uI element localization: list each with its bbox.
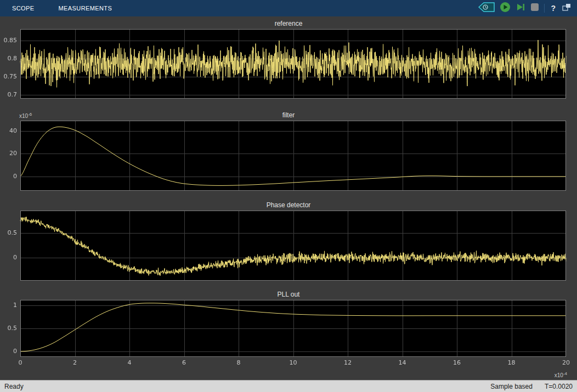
stop-icon: [530, 3, 539, 14]
tab-measurements[interactable]: MEASUREMENTS: [47, 0, 125, 16]
help-icon: ?: [550, 4, 557, 13]
scope-toolstrip: SCOPE MEASUREMENTS: [0, 0, 577, 16]
plot-title-reference: reference: [275, 20, 303, 27]
status-ready: Ready: [4, 383, 24, 390]
status-sim-time: T=0.0020: [545, 383, 573, 390]
plot-canvas-pll-out[interactable]: [0, 300, 577, 369]
plot-canvas-filter[interactable]: [0, 121, 577, 191]
plot-title-filter: filter: [282, 111, 295, 119]
plot-canvas-phase-detector[interactable]: [0, 211, 577, 281]
run-button[interactable]: [500, 2, 511, 14]
toolstrip-tabs: SCOPE MEASUREMENTS: [0, 0, 124, 16]
status-sample-mode: Sample based: [490, 383, 533, 390]
step-forward-button[interactable]: [516, 2, 525, 14]
scope-panel-filter: filter x10-6: [0, 99, 577, 191]
scope-panel-phase-detector: Phase detector: [0, 191, 577, 281]
playback-controls: ?: [478, 2, 572, 14]
help-button[interactable]: ?: [550, 2, 557, 14]
toolbar-separator: [544, 4, 545, 13]
dock-button[interactable]: [562, 2, 572, 14]
run-icon: [500, 2, 511, 15]
scope-display-area: reference filter x10-6 Phase detector PL…: [0, 16, 577, 380]
scope-panel-pll-out: PLL out x10-4: [0, 281, 577, 380]
status-bar: Ready Sample based T=0.0020: [0, 380, 577, 392]
stop-button[interactable]: [530, 2, 539, 14]
plot-canvas-reference[interactable]: [0, 29, 577, 99]
y-axis-scale-label: x10-6: [19, 112, 32, 119]
step-forward-icon: [516, 2, 525, 15]
dock-icon: [562, 3, 572, 14]
plot-title-phase-detector: Phase detector: [267, 201, 311, 209]
scope-panel-reference: reference: [0, 16, 577, 99]
step-back-button[interactable]: [478, 2, 495, 14]
x-axis-scale-label: x10-4: [555, 371, 567, 378]
tab-scope[interactable]: SCOPE: [0, 0, 47, 16]
plot-title-pll-out: PLL out: [278, 291, 300, 298]
step-back-icon: [478, 2, 495, 15]
